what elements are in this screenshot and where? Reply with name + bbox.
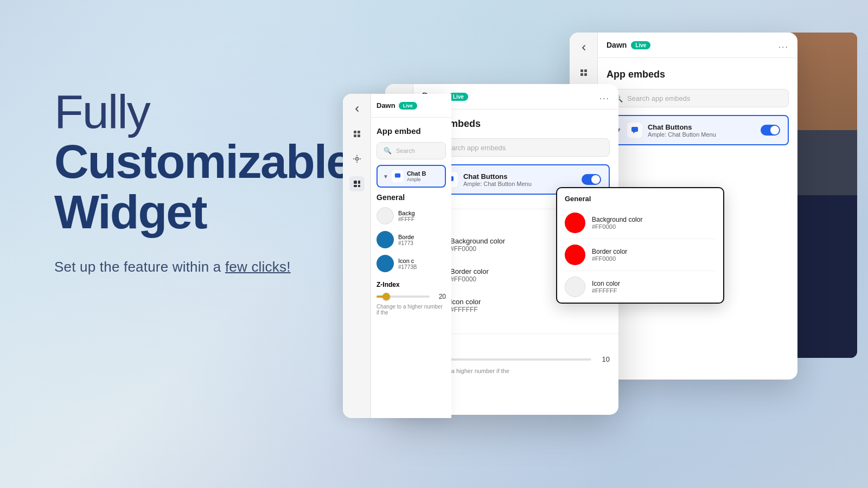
mid-general-title: General [376, 193, 446, 202]
popup-border-circle[interactable] [565, 245, 585, 265]
hero-title: Fully Customizable Widget [54, 87, 352, 237]
back-chat-info: Chat Buttons Ample: Chat Button Menu [648, 123, 755, 138]
mid-live-badge: Live [399, 102, 417, 110]
front-border-color-info: Border color #FF0000 [450, 267, 489, 283]
popup-border-row[interactable]: Border color #FF0000 [557, 239, 723, 271]
popup-icon-circle[interactable] [565, 277, 585, 297]
svg-rect-1 [584, 69, 587, 72]
svg-rect-0 [580, 69, 583, 72]
hero-link[interactable]: few clicks! [225, 259, 291, 275]
popup-bg-hex: #FF0000 [592, 223, 642, 230]
front-icon-color-info: Icon color #FFFFFF [450, 298, 481, 313]
mid-search-box[interactable]: 🔍 Search [376, 142, 446, 159]
mid-slider-thumb[interactable] [382, 293, 390, 300]
svg-rect-22 [354, 134, 356, 137]
back-toggle[interactable] [761, 125, 780, 136]
mid-store-name: Dawn [376, 101, 395, 110]
mid-bg-circle[interactable] [376, 207, 394, 224]
popup-bg-label: Background color [592, 216, 642, 223]
back-store-name: Dawn [607, 41, 627, 49]
popup-bg-row[interactable]: Background color #FF0000 [557, 207, 723, 239]
popup-border-label: Border color [592, 248, 627, 255]
popup-icon-label: Icon color [592, 280, 620, 287]
back-chat-item[interactable]: ▼ Chat Buttons Ample: Chat Button Menu [607, 115, 789, 145]
mid-z-value: 20 [434, 293, 446, 300]
popup-icon-info: Icon color #FFFFFF [592, 280, 620, 294]
mid-chat-icon-wrap [392, 170, 404, 182]
hero-subtitle: Set up the feature within a few clicks! [54, 259, 352, 275]
svg-rect-3 [584, 73, 587, 76]
mid-slider-track[interactable] [376, 296, 430, 298]
svg-rect-9 [631, 127, 638, 132]
mid-icon-row: Icon c #1773B [376, 255, 446, 272]
svg-rect-29 [395, 174, 400, 178]
hero-section: Fully Customizable Widget Set up the fea… [54, 87, 352, 275]
mid-icon-circle[interactable] [376, 255, 394, 272]
popup-border-info: Border color #FF0000 [592, 248, 627, 262]
front-live-badge: Live [449, 93, 468, 101]
front-bg-color-info: Background color #FF0000 [450, 237, 505, 253]
popup-icon-hex: #FFFFFF [592, 287, 620, 294]
mid-layout-icon[interactable] [349, 126, 365, 142]
mid-chat-sub: Ample [407, 177, 426, 182]
front-chat-name: Chat Buttons [463, 172, 576, 181]
panel-back-body: App embeds 🔍 Search app embeds ▼ Chat Bu… [598, 58, 797, 162]
front-more-menu[interactable]: ... [599, 92, 610, 101]
mid-icon-label: Icon c [398, 258, 417, 264]
panel-mid-body: App embed 🔍 Search ▼ Chat B Ample Genera… [371, 118, 451, 324]
front-toggle[interactable] [582, 174, 601, 185]
popup-panel: General Background color #FF0000 Border … [556, 187, 724, 304]
panel-mid: Dawn Live App embed 🔍 Search ▼ Chat B Am… [343, 94, 451, 418]
mid-border-circle[interactable] [376, 231, 394, 248]
front-border-color-label: Border color [450, 267, 489, 275]
front-search-placeholder: Search app embeds [443, 144, 506, 152]
back-icon[interactable] [576, 40, 591, 55]
mid-bg-hex: #FFFF [398, 216, 415, 222]
mid-back-icon[interactable] [349, 101, 365, 117]
mid-z-label: Z-Index [376, 281, 446, 288]
mid-icon-info: Icon c #1773B [398, 258, 417, 270]
mid-chat-info: Chat B Ample [407, 170, 426, 182]
panel-mid-content: Dawn Live App embed 🔍 Search ▼ Chat B Am… [371, 94, 451, 418]
hero-title-line1: Fully [54, 85, 150, 138]
back-chat-name: Chat Buttons [648, 123, 755, 131]
popup-border-hex: #FF0000 [592, 255, 627, 262]
svg-rect-21 [358, 131, 360, 133]
mid-bg-label: Backg [398, 210, 415, 216]
mid-border-label: Borde [398, 234, 414, 240]
popup-section-header: General [557, 188, 723, 207]
mid-change-hint: Change to a higher number if the [376, 304, 446, 316]
back-more-menu[interactable]: ... [778, 40, 789, 50]
popup-bg-info: Background color #FF0000 [592, 216, 642, 230]
mid-border-info: Borde #1773 [398, 234, 414, 246]
svg-rect-20 [354, 131, 356, 133]
mid-widgets-icon[interactable] [349, 176, 365, 191]
back-search-placeholder: Search app embeds [627, 94, 690, 102]
front-chat-sub: Ample: Chat Button Menu [463, 181, 576, 187]
hero-title-line3: Widget [54, 185, 207, 239]
back-search-box[interactable]: 🔍 Search app embeds [607, 89, 789, 107]
mid-chat-item[interactable]: ▼ Chat B Ample [376, 165, 446, 188]
front-bg-color-label: Background color [450, 237, 505, 245]
layout-icon[interactable] [576, 65, 591, 80]
popup-bg-circle[interactable] [565, 213, 585, 233]
mid-bg-info: Backg #FFFF [398, 210, 415, 222]
front-bg-color-hex: #FF0000 [450, 245, 505, 253]
popup-icon-row[interactable]: Icon color #FFFFFF [557, 271, 723, 303]
front-border-color-hex: #FF0000 [450, 275, 489, 283]
front-slider-value: 10 [597, 355, 610, 363]
mid-icon-hex: #1773B [398, 264, 417, 270]
svg-rect-26 [354, 185, 357, 187]
front-icon-color-hex: #FFFFFF [450, 306, 481, 313]
mid-search-placeholder: Search [396, 147, 415, 154]
mid-chevron: ▼ [383, 174, 388, 179]
svg-rect-27 [358, 181, 360, 184]
mid-bg-row: Backg #FFFF [376, 207, 446, 224]
front-icon-color-label: Icon color [450, 298, 481, 306]
mid-z-index-section: Z-Index 20 Change to a higher number if … [376, 281, 446, 316]
svg-rect-2 [580, 73, 583, 76]
panel-mid-header: Dawn Live [371, 94, 451, 118]
mid-gear-icon[interactable] [349, 151, 365, 166]
svg-rect-28 [358, 185, 360, 187]
mid-chat-name: Chat B [407, 170, 426, 177]
